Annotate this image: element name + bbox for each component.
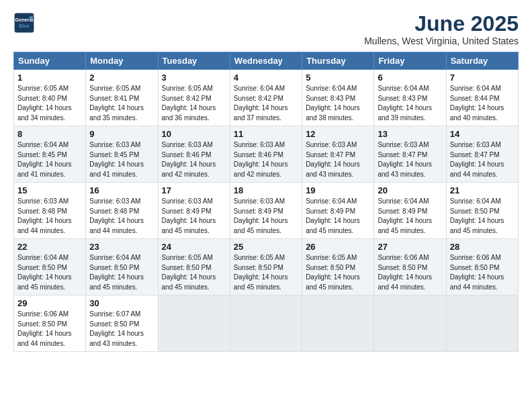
col-monday: Monday xyxy=(86,52,158,70)
day-info: Sunrise: 6:03 AMSunset: 8:47 PMDaylight:… xyxy=(378,141,432,178)
logo: General Blue xyxy=(13,12,35,34)
calendar-table: Sunday Monday Tuesday Wednesday Thursday… xyxy=(13,52,519,352)
day-info: Sunrise: 6:04 AMSunset: 8:49 PMDaylight:… xyxy=(378,197,432,234)
day-cell xyxy=(446,295,518,352)
day-cell: 26 Sunrise: 6:05 AMSunset: 8:50 PMDaylig… xyxy=(302,239,374,295)
day-info: Sunrise: 6:07 AMSunset: 8:50 PMDaylight:… xyxy=(89,310,144,347)
day-number: 25 xyxy=(234,242,298,252)
day-number: 17 xyxy=(162,185,226,195)
day-cell: 13 Sunrise: 6:03 AMSunset: 8:47 PMDaylig… xyxy=(374,126,446,183)
day-number: 30 xyxy=(89,298,154,308)
day-info: Sunrise: 6:04 AMSunset: 8:50 PMDaylight:… xyxy=(17,254,72,291)
day-cell: 3 Sunrise: 6:05 AMSunset: 8:42 PMDayligh… xyxy=(158,70,230,126)
location: Mullens, West Virginia, United States xyxy=(364,36,519,46)
day-cell xyxy=(230,295,302,352)
day-number: 16 xyxy=(89,185,154,195)
day-number: 10 xyxy=(162,129,226,139)
day-info: Sunrise: 6:03 AMSunset: 8:47 PMDaylight:… xyxy=(450,141,504,178)
day-number: 12 xyxy=(306,129,370,139)
day-cell: 11 Sunrise: 6:03 AMSunset: 8:46 PMDaylig… xyxy=(230,126,302,183)
day-info: Sunrise: 6:04 AMSunset: 8:49 PMDaylight:… xyxy=(306,197,360,234)
day-number: 21 xyxy=(450,185,515,195)
logo-icon: General Blue xyxy=(13,12,35,34)
calendar-page: General Blue June 2025 Mullens, West Vir… xyxy=(0,0,532,411)
day-info: Sunrise: 6:06 AMSunset: 8:50 PMDaylight:… xyxy=(450,254,504,291)
day-info: Sunrise: 6:05 AMSunset: 8:41 PMDaylight:… xyxy=(89,85,144,122)
col-thursday: Thursday xyxy=(302,52,374,70)
day-number: 4 xyxy=(234,73,298,83)
day-number: 14 xyxy=(450,129,515,139)
day-cell: 14 Sunrise: 6:03 AMSunset: 8:47 PMDaylig… xyxy=(446,126,518,183)
day-info: Sunrise: 6:06 AMSunset: 8:50 PMDaylight:… xyxy=(378,254,432,291)
col-sunday: Sunday xyxy=(14,52,86,70)
day-number: 27 xyxy=(378,242,442,252)
day-cell: 7 Sunrise: 6:04 AMSunset: 8:44 PMDayligh… xyxy=(446,70,518,126)
day-cell: 23 Sunrise: 6:04 AMSunset: 8:50 PMDaylig… xyxy=(86,239,158,295)
day-info: Sunrise: 6:04 AMSunset: 8:44 PMDaylight:… xyxy=(450,85,504,122)
week-row-2: 8 Sunrise: 6:04 AMSunset: 8:45 PMDayligh… xyxy=(14,126,519,183)
day-cell: 8 Sunrise: 6:04 AMSunset: 8:45 PMDayligh… xyxy=(14,126,86,183)
day-number: 29 xyxy=(17,298,82,308)
day-info: Sunrise: 6:04 AMSunset: 8:43 PMDaylight:… xyxy=(306,85,360,122)
day-number: 26 xyxy=(306,242,370,252)
header: General Blue June 2025 Mullens, West Vir… xyxy=(13,12,519,46)
day-number: 20 xyxy=(378,185,442,195)
week-row-1: 1 Sunrise: 6:05 AMSunset: 8:40 PMDayligh… xyxy=(14,70,519,126)
day-cell: 1 Sunrise: 6:05 AMSunset: 8:40 PMDayligh… xyxy=(14,70,86,126)
week-row-4: 22 Sunrise: 6:04 AMSunset: 8:50 PMDaylig… xyxy=(14,239,519,295)
day-number: 7 xyxy=(450,73,515,83)
day-info: Sunrise: 6:05 AMSunset: 8:50 PMDaylight:… xyxy=(162,254,216,291)
day-number: 13 xyxy=(378,129,442,139)
day-info: Sunrise: 6:05 AMSunset: 8:50 PMDaylight:… xyxy=(306,254,360,291)
day-cell: 19 Sunrise: 6:04 AMSunset: 8:49 PMDaylig… xyxy=(302,183,374,239)
day-number: 5 xyxy=(306,73,370,83)
day-cell: 17 Sunrise: 6:03 AMSunset: 8:49 PMDaylig… xyxy=(158,183,230,239)
day-cell: 12 Sunrise: 6:03 AMSunset: 8:47 PMDaylig… xyxy=(302,126,374,183)
day-number: 8 xyxy=(17,129,82,139)
svg-text:Blue: Blue xyxy=(19,23,30,29)
day-cell: 4 Sunrise: 6:04 AMSunset: 8:42 PMDayligh… xyxy=(230,70,302,126)
day-number: 23 xyxy=(89,242,154,252)
day-cell: 27 Sunrise: 6:06 AMSunset: 8:50 PMDaylig… xyxy=(374,239,446,295)
day-info: Sunrise: 6:03 AMSunset: 8:48 PMDaylight:… xyxy=(89,197,144,234)
col-tuesday: Tuesday xyxy=(158,52,230,70)
day-info: Sunrise: 6:05 AMSunset: 8:40 PMDaylight:… xyxy=(17,85,72,122)
day-info: Sunrise: 6:04 AMSunset: 8:50 PMDaylight:… xyxy=(450,197,504,234)
day-cell: 25 Sunrise: 6:05 AMSunset: 8:50 PMDaylig… xyxy=(230,239,302,295)
day-number: 19 xyxy=(306,185,370,195)
day-info: Sunrise: 6:04 AMSunset: 8:42 PMDaylight:… xyxy=(234,85,288,122)
day-cell: 10 Sunrise: 6:03 AMSunset: 8:46 PMDaylig… xyxy=(158,126,230,183)
day-number: 18 xyxy=(234,185,298,195)
day-info: Sunrise: 6:03 AMSunset: 8:45 PMDaylight:… xyxy=(89,141,144,178)
day-info: Sunrise: 6:04 AMSunset: 8:45 PMDaylight:… xyxy=(17,141,72,178)
day-number: 24 xyxy=(162,242,226,252)
day-cell: 15 Sunrise: 6:03 AMSunset: 8:48 PMDaylig… xyxy=(14,183,86,239)
day-cell: 22 Sunrise: 6:04 AMSunset: 8:50 PMDaylig… xyxy=(14,239,86,295)
day-number: 9 xyxy=(89,129,154,139)
day-number: 1 xyxy=(17,73,82,83)
month-title: June 2025 xyxy=(364,12,519,36)
day-info: Sunrise: 6:03 AMSunset: 8:47 PMDaylight:… xyxy=(306,141,360,178)
day-info: Sunrise: 6:04 AMSunset: 8:43 PMDaylight:… xyxy=(378,85,432,122)
day-info: Sunrise: 6:03 AMSunset: 8:46 PMDaylight:… xyxy=(234,141,288,178)
day-cell: 30 Sunrise: 6:07 AMSunset: 8:50 PMDaylig… xyxy=(86,295,158,352)
day-info: Sunrise: 6:04 AMSunset: 8:50 PMDaylight:… xyxy=(89,254,144,291)
day-info: Sunrise: 6:03 AMSunset: 8:49 PMDaylight:… xyxy=(162,197,216,234)
day-number: 6 xyxy=(378,73,442,83)
day-cell: 20 Sunrise: 6:04 AMSunset: 8:49 PMDaylig… xyxy=(374,183,446,239)
day-cell: 9 Sunrise: 6:03 AMSunset: 8:45 PMDayligh… xyxy=(86,126,158,183)
day-cell: 24 Sunrise: 6:05 AMSunset: 8:50 PMDaylig… xyxy=(158,239,230,295)
day-info: Sunrise: 6:05 AMSunset: 8:50 PMDaylight:… xyxy=(234,254,288,291)
day-info: Sunrise: 6:05 AMSunset: 8:42 PMDaylight:… xyxy=(162,85,216,122)
day-info: Sunrise: 6:03 AMSunset: 8:46 PMDaylight:… xyxy=(162,141,216,178)
title-block: June 2025 Mullens, West Virginia, United… xyxy=(364,12,519,46)
day-number: 22 xyxy=(17,242,82,252)
day-number: 28 xyxy=(450,242,515,252)
day-cell xyxy=(374,295,446,352)
week-row-3: 15 Sunrise: 6:03 AMSunset: 8:48 PMDaylig… xyxy=(14,183,519,239)
day-cell: 6 Sunrise: 6:04 AMSunset: 8:43 PMDayligh… xyxy=(374,70,446,126)
day-cell: 21 Sunrise: 6:04 AMSunset: 8:50 PMDaylig… xyxy=(446,183,518,239)
day-cell xyxy=(302,295,374,352)
day-cell: 18 Sunrise: 6:03 AMSunset: 8:49 PMDaylig… xyxy=(230,183,302,239)
day-info: Sunrise: 6:03 AMSunset: 8:48 PMDaylight:… xyxy=(17,197,72,234)
